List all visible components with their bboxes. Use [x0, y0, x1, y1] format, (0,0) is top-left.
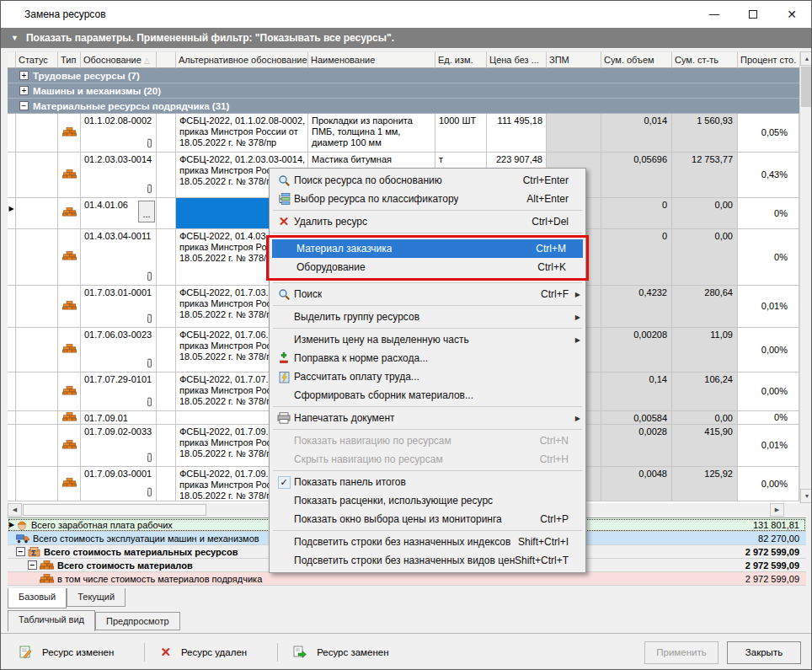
volume-cell[interactable]: 0	[601, 229, 672, 286]
cost-cell[interactable]: 0,00	[672, 198, 738, 229]
scroll-down-icon[interactable]: ▼	[800, 489, 812, 503]
tab-base[interactable]: Базовый	[8, 588, 67, 608]
scroll-right-icon[interactable]: ▶	[770, 503, 784, 517]
menu-item[interactable]: Показать расценки, использующие ресурс	[270, 491, 585, 510]
maximize-button[interactable]	[734, 1, 772, 28]
status-cell[interactable]	[16, 467, 58, 501]
volume-cell[interactable]: 0,14	[601, 373, 672, 411]
zpm-cell[interactable]	[547, 114, 601, 153]
header-attach[interactable]	[157, 51, 176, 68]
vertical-scroll-thumb[interactable]	[801, 67, 812, 107]
unit-cell[interactable]: 1000 ШТ	[435, 114, 487, 153]
status-cell[interactable]	[16, 153, 58, 198]
title-bar[interactable]: Замена ресурсов — ✕	[1, 1, 811, 28]
collapse-triangle-icon[interactable]: ▼	[1, 34, 26, 42]
menu-item[interactable]: Поиск ресурса по обоснованиюCtrl+Enter	[270, 171, 585, 190]
type-cell[interactable]	[58, 425, 81, 467]
tab-table-view[interactable]: Табличный вид	[8, 610, 95, 631]
cost-cell[interactable]: 11,09	[672, 328, 738, 373]
cost-cell[interactable]: 1 560,93	[672, 114, 738, 153]
menu-item[interactable]: Выделить группу ресурсов▶	[270, 308, 585, 326]
menu-item[interactable]: ✓Показать панель итогов	[270, 473, 585, 491]
volume-cell[interactable]: 0,0048	[601, 467, 672, 501]
type-cell[interactable]	[58, 286, 81, 328]
type-cell[interactable]	[58, 328, 81, 373]
header-percent[interactable]: Процент сто.	[738, 51, 799, 68]
header-type[interactable]: Тип	[58, 51, 81, 68]
vertical-scrollbar[interactable]: ▲ ▼	[799, 51, 812, 503]
volume-cell[interactable]: 0	[601, 198, 672, 229]
scroll-up-icon[interactable]: ▲	[800, 51, 812, 66]
justification-cell[interactable]: 01.7.09.02-0033	[81, 425, 157, 467]
filter-bar[interactable]: ▼ Показать параметры. Примененный фильтр…	[1, 28, 811, 48]
percent-cell[interactable]: 0,00%	[738, 328, 799, 373]
collapse-icon[interactable]: −	[16, 547, 25, 556]
status-cell[interactable]	[16, 411, 58, 425]
menu-item[interactable]: Материал заказчикаCtrl+M	[272, 239, 583, 258]
group-row[interactable]: +Трудовые ресурсы (7)	[8, 68, 799, 83]
horizontal-scroll-thumb[interactable]	[23, 504, 206, 516]
justification-cell[interactable]: 01.4.03.04-0011	[81, 229, 157, 286]
justification-cell[interactable]: 01.1.02.08-0002	[81, 114, 157, 153]
cost-cell[interactable]: 415,90	[672, 425, 738, 467]
type-cell[interactable]	[58, 198, 81, 229]
percent-cell[interactable]: 0%	[738, 198, 799, 229]
percent-cell[interactable]: 0,01%	[738, 286, 799, 328]
tab-preview[interactable]: Предпросмотр	[95, 612, 180, 630]
cost-cell[interactable]: 125,92	[672, 467, 738, 501]
tab-current[interactable]: Текущий	[67, 588, 126, 607]
volume-cell[interactable]: 0,4232	[601, 286, 672, 328]
menu-item[interactable]: Показать окно выбора цены из мониторинга…	[270, 510, 585, 528]
volume-cell[interactable]: 0,0028	[601, 425, 672, 467]
status-cell[interactable]	[16, 373, 58, 411]
type-cell[interactable]	[58, 373, 81, 411]
totals-row[interactable]: в том числе стоимость материалов подрядч…	[8, 572, 806, 586]
type-cell[interactable]	[58, 467, 81, 501]
status-cell[interactable]	[16, 328, 58, 373]
justification-cell[interactable]: 01.7.09.01	[81, 411, 157, 425]
group-row[interactable]: +Машины и механизмы (20)	[8, 83, 799, 99]
menu-item[interactable]: Напечатать документ▶	[270, 409, 585, 427]
alt-justification-cell[interactable]: ФСБЦ-2022, 01.1.02.08-0002, приказ Минст…	[176, 114, 308, 153]
cost-cell[interactable]: 280,64	[672, 286, 738, 328]
menu-item[interactable]: Сформировать сборник материалов...	[270, 386, 585, 405]
menu-item[interactable]: ✕Удалить ресурсCtrl+Del	[270, 212, 585, 231]
menu-item[interactable]: Рассчитать оплату труда...	[270, 367, 585, 386]
volume-cell[interactable]: 0,014	[601, 114, 672, 153]
header-price[interactable]: Цена без ...	[487, 51, 547, 68]
percent-cell[interactable]: 0,01%	[738, 425, 799, 467]
price-cell[interactable]: 111 495,18	[487, 114, 547, 153]
menu-item[interactable]: ОборудованиеCtrl+K	[272, 258, 583, 276]
justification-cell[interactable]: 01.7.06.03-0023	[81, 328, 157, 373]
close-button[interactable]: ✕	[772, 1, 811, 28]
volume-cell[interactable]: 0,05696	[601, 153, 672, 198]
name-cell[interactable]: Прокладки из паронита ПМБ, толщина 1 мм,…	[308, 114, 435, 153]
minimize-button[interactable]: —	[695, 1, 734, 28]
status-cell[interactable]	[16, 229, 58, 286]
status-cell[interactable]	[16, 286, 58, 328]
type-cell[interactable]	[58, 153, 81, 198]
header-zpm[interactable]: ЗПМ	[547, 51, 601, 68]
menu-item[interactable]: Изменить цену на выделенную часть▶	[270, 330, 585, 349]
scroll-left-icon[interactable]: ◀	[8, 503, 22, 517]
close-dialog-button[interactable]: Закрыть	[727, 641, 801, 664]
menu-item[interactable]: Подсветить строки без назначенных индекс…	[270, 533, 585, 551]
percent-cell[interactable]: 0,00%	[738, 467, 799, 501]
cost-cell[interactable]: 12 753,77	[672, 153, 738, 198]
status-cell[interactable]	[16, 425, 58, 467]
lookup-ellipsis-button[interactable]: ...	[138, 201, 155, 222]
type-cell[interactable]	[58, 114, 81, 153]
justification-cell[interactable]: 01.7.07.29-0101	[81, 373, 157, 411]
expand-icon[interactable]: +	[19, 71, 29, 80]
percent-cell[interactable]: 0,05%	[738, 114, 799, 153]
cost-cell[interactable]: 0,00	[672, 411, 738, 425]
menu-item[interactable]: Подсветить строки без назначенных видов …	[270, 551, 585, 570]
header-status[interactable]: Статус	[16, 51, 58, 68]
volume-cell[interactable]: 0,00208	[601, 328, 672, 373]
collapse-icon[interactable]: −	[19, 101, 29, 110]
justification-cell[interactable]: 01.7.03.01-0001	[81, 286, 157, 328]
type-cell[interactable]	[58, 411, 81, 425]
percent-cell[interactable]: 0%	[738, 229, 799, 286]
menu-item[interactable]: Выбор ресурса по классификаторуAlt+Enter	[270, 190, 585, 208]
group-row[interactable]: −Материальные ресурсы подрядчика (31)	[8, 99, 799, 114]
